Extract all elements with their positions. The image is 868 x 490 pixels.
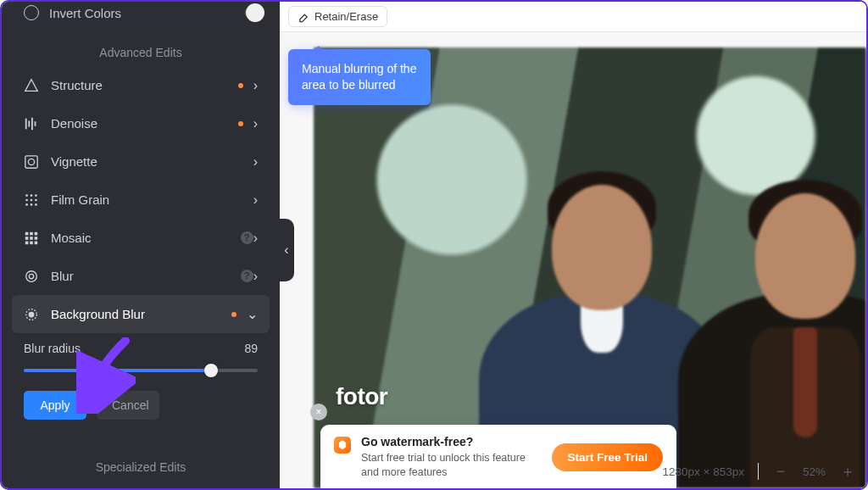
hint-tooltip: Manual blurring of the area to be blurre… — [288, 49, 431, 105]
svg-rect-16 — [30, 231, 33, 235]
chevron-right-icon: › — [253, 231, 258, 246]
svg-point-10 — [31, 198, 33, 201]
blur-icon — [24, 269, 39, 284]
chevron-right-icon: › — [253, 269, 258, 284]
watermark-logo: fotor — [336, 383, 387, 410]
sidebar-item-label: Structure — [51, 78, 238, 92]
subject-person — [678, 175, 866, 488]
status-dot-icon — [238, 83, 243, 88]
chevron-right-icon: › — [253, 154, 258, 170]
main-area: Retain/Erase ‹ Manual blurring of the ar… — [280, 2, 866, 488]
film-grain-icon — [24, 192, 39, 208]
svg-point-5 — [28, 159, 34, 164]
blur-radius-slider[interactable] — [24, 369, 258, 372]
retain-erase-button[interactable]: Retain/Erase — [288, 6, 387, 27]
canvas-image[interactable] — [314, 47, 866, 488]
invert-colors-label: Invert Colors — [49, 6, 246, 20]
canvas-area[interactable]: Manual blurring of the area to be blurre… — [280, 32, 866, 488]
svg-rect-23 — [35, 241, 38, 244]
svg-point-25 — [26, 270, 37, 281]
apply-button[interactable]: Apply — [24, 391, 86, 420]
cancel-button[interactable]: Cancel — [97, 391, 159, 420]
sidebar-item-blur[interactable]: Blur ? › — [12, 257, 270, 295]
vignette-icon — [24, 154, 39, 170]
svg-rect-17 — [35, 231, 38, 235]
sidebar-item-denoise[interactable]: Denoise › — [12, 104, 270, 142]
sidebar-item-structure[interactable]: Structure › — [12, 66, 270, 104]
chevron-right-icon: › — [253, 192, 258, 208]
status-dot-icon — [231, 312, 236, 317]
sidebar-item-invert-colors[interactable]: Invert Colors — [2, 2, 280, 27]
sidebar-item-label: Mosaic — [51, 231, 236, 245]
svg-point-8 — [35, 194, 37, 197]
svg-rect-3 — [35, 121, 36, 125]
section-title-specialized: Specialized Edits — [2, 442, 280, 481]
sidebar-item-label: Blur — [51, 269, 236, 283]
sidebar-item-label: Denoise — [51, 116, 238, 131]
top-toolbar: Retain/Erase — [280, 2, 866, 32]
zoom-in-button[interactable]: ＋ — [839, 463, 856, 480]
chevron-right-icon: › — [253, 78, 258, 93]
svg-point-13 — [31, 203, 33, 206]
blur-radius-control: Blur radius 89 — [2, 333, 280, 372]
help-icon[interactable]: ? — [241, 270, 253, 282]
sidebar-item-film-grain[interactable]: Film Grain › — [12, 181, 270, 219]
toggle-icon[interactable] — [246, 3, 264, 22]
svg-rect-20 — [35, 237, 38, 240]
advanced-menu: Structure › Denoise › Vignette › Film Gr… — [2, 66, 280, 333]
premium-badge-icon — [334, 437, 351, 454]
chevron-right-icon: › — [253, 116, 258, 131]
promo-banner: Go watermark-free? Start free trial to u… — [320, 425, 676, 488]
separator — [758, 463, 759, 480]
slider-value: 89 — [244, 342, 258, 355]
retain-erase-label: Retain/Erase — [314, 10, 378, 23]
svg-point-14 — [35, 203, 37, 206]
svg-rect-22 — [30, 241, 33, 244]
svg-point-12 — [25, 203, 28, 206]
image-dimensions: 1280px × 853px — [663, 465, 744, 478]
denoise-icon — [24, 116, 39, 131]
svg-point-6 — [25, 194, 28, 197]
mosaic-icon — [24, 231, 39, 246]
section-title-advanced: Advanced Edits — [2, 27, 280, 66]
close-promo-button[interactable]: × — [310, 404, 327, 420]
tooltip-text: Manual blurring of the area to be blurre… — [302, 62, 416, 92]
svg-point-26 — [29, 312, 33, 316]
background-blur-icon — [24, 307, 39, 322]
zoom-out-button[interactable]: − — [772, 463, 789, 480]
sidebar-item-label: Background Blur — [51, 307, 231, 321]
svg-rect-21 — [25, 241, 29, 244]
svg-rect-0 — [25, 118, 27, 129]
sidebar: Invert Colors Advanced Edits Structure ›… — [2, 2, 280, 488]
svg-rect-15 — [25, 231, 29, 235]
promo-title: Go watermark-free? — [361, 435, 542, 448]
svg-point-7 — [31, 194, 33, 197]
structure-icon — [24, 78, 39, 93]
start-free-trial-button[interactable]: Start Free Trial — [552, 443, 663, 471]
slider-fill — [24, 369, 211, 372]
svg-rect-4 — [25, 155, 37, 167]
promo-subtitle: Start free trial to unlock this feature … — [361, 451, 542, 480]
svg-point-9 — [25, 198, 28, 201]
svg-rect-18 — [25, 237, 29, 240]
zoom-level: 52% — [803, 465, 826, 478]
slider-label: Blur radius — [24, 342, 81, 355]
chevron-down-icon: ⌄ — [247, 306, 258, 322]
status-dot-icon — [238, 121, 243, 126]
sidebar-item-vignette[interactable]: Vignette › — [12, 142, 270, 181]
svg-point-24 — [29, 274, 33, 278]
svg-rect-1 — [28, 120, 30, 126]
help-icon[interactable]: ? — [241, 231, 253, 244]
eraser-icon — [298, 11, 309, 23]
svg-point-11 — [35, 198, 37, 201]
sidebar-item-label: Vignette — [51, 154, 253, 169]
slider-thumb[interactable] — [204, 364, 218, 377]
sidebar-item-label: Film Grain — [51, 192, 253, 207]
status-bar: 1280px × 853px − 52% ＋ — [663, 463, 857, 480]
invert-colors-icon — [24, 5, 39, 20]
svg-rect-2 — [31, 117, 33, 129]
svg-rect-19 — [30, 237, 33, 240]
sidebar-item-mosaic[interactable]: Mosaic ? › — [12, 219, 270, 257]
sidebar-item-background-blur[interactable]: Background Blur ⌄ — [12, 295, 270, 333]
